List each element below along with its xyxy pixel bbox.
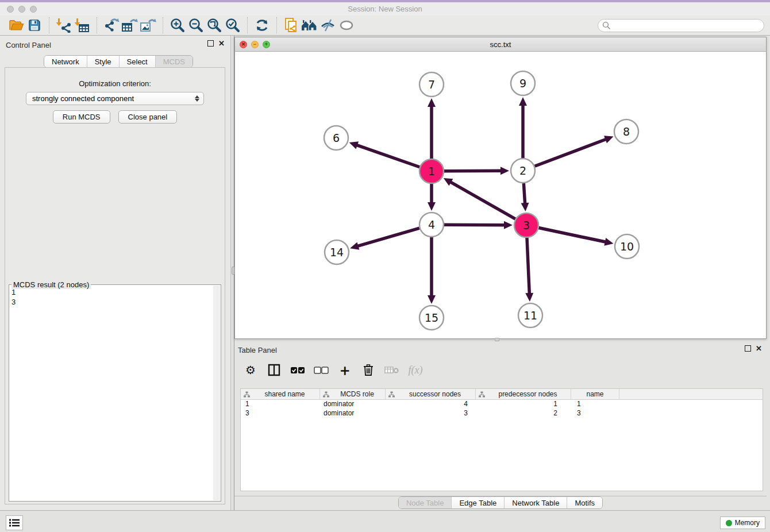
open-session-button[interactable] <box>7 17 25 34</box>
edge-1-2[interactable] <box>444 171 502 171</box>
network-maximize-button[interactable]: + <box>263 41 270 48</box>
control-panel: Control Panel ✕ NetworkStyleSelectMCDS O… <box>0 36 230 510</box>
table-cell[interactable]: 4 <box>386 400 476 409</box>
edge-3-1[interactable] <box>449 182 515 219</box>
float-table-panel-icon[interactable] <box>745 345 751 352</box>
column-header-name[interactable]: name <box>571 389 619 399</box>
edge-4-3[interactable] <box>444 225 506 225</box>
column-header-successor-nodes[interactable]: successor nodes <box>386 389 476 399</box>
toolbar-separator <box>163 17 163 33</box>
table-cell[interactable]: dominator <box>320 409 386 418</box>
mcds-result-box: MCDS result (2 nodes) 1 3 <box>9 284 221 502</box>
close-panel-icon[interactable]: ✕ <box>218 40 225 47</box>
export-image-button[interactable] <box>139 17 157 34</box>
show-graphics-details-button[interactable] <box>337 17 356 34</box>
table-cell[interactable]: 3 <box>386 409 476 418</box>
tab-select[interactable]: Select <box>119 56 155 67</box>
edge-2-8[interactable] <box>535 139 607 167</box>
tab-edge-table[interactable]: Edge Table <box>451 497 504 508</box>
table-body: 1dominator4113dominator323 <box>241 400 763 418</box>
zoom-in-button[interactable] <box>168 17 187 34</box>
column-header-predecessor-nodes[interactable]: predecessor nodes <box>476 389 571 399</box>
result-scrollbar[interactable] <box>213 286 220 500</box>
search-input[interactable] <box>598 19 764 32</box>
tab-node-table[interactable]: Node Table <box>399 497 452 508</box>
control-panel-tabs: NetworkStyleSelectMCDS <box>44 55 193 68</box>
mcds-result-text[interactable]: 1 3 <box>11 287 16 307</box>
tab-mcds[interactable]: MCDS <box>155 56 192 67</box>
optimization-criterion-select[interactable]: strongly connected component <box>26 92 204 105</box>
show-column-button[interactable] <box>266 362 282 378</box>
import-network-button[interactable] <box>55 17 73 34</box>
network-window-titlebar[interactable]: ✕ − + scc.txt <box>235 37 766 52</box>
table-cell[interactable]: 2 <box>476 409 571 418</box>
float-panel-icon[interactable] <box>207 40 214 47</box>
add-column-button[interactable]: ＋ <box>337 362 353 378</box>
table-row[interactable]: 3dominator323 <box>241 409 763 418</box>
table-cell[interactable]: 1 <box>241 400 320 409</box>
refresh-button[interactable] <box>253 17 271 34</box>
run-mcds-button[interactable]: Run MCDS <box>53 110 110 124</box>
toolbar-separator <box>276 17 277 33</box>
close-table-panel-icon[interactable]: ✕ <box>756 345 762 352</box>
column-label: shared name <box>250 390 319 398</box>
optimization-criterion-value: strongly connected component <box>32 94 134 103</box>
table-tabs-row: Node TableEdge TableNetwork TableMotifs <box>234 496 767 509</box>
edge-3-10[interactable] <box>539 228 607 242</box>
table-cell[interactable]: 1 <box>571 400 619 409</box>
table-cell[interactable]: 1 <box>476 400 571 409</box>
trash-icon <box>363 364 374 376</box>
network-graph[interactable]: 7968124314101511 <box>235 52 766 338</box>
zoom-out-button[interactable] <box>187 17 205 34</box>
function-builder-button[interactable]: f(x) <box>407 362 424 378</box>
column-header-MCDS-role[interactable]: MCDS role <box>320 389 386 399</box>
vertical-splitter[interactable] <box>230 36 234 510</box>
edge-4-14[interactable] <box>357 228 419 246</box>
table-cell[interactable]: 3 <box>571 409 619 418</box>
export-table-button[interactable] <box>121 17 139 34</box>
network-minimize-button[interactable]: − <box>251 41 259 48</box>
arrowhead-icon <box>428 98 436 107</box>
network-close-button[interactable]: ✕ <box>240 41 247 48</box>
edge-1-6[interactable] <box>356 145 419 167</box>
unselect-all-columns-button[interactable] <box>313 362 329 378</box>
network-canvas[interactable]: 7968124314101511 <box>235 52 766 338</box>
delete-column-button[interactable] <box>360 362 376 378</box>
select-all-columns-button[interactable] <box>290 362 306 378</box>
node-label-8: 8 <box>623 125 630 138</box>
memory-button[interactable]: Memory <box>720 516 765 529</box>
edge-2-3[interactable] <box>523 183 525 205</box>
import-table-button[interactable] <box>73 17 91 34</box>
zoom-selected-button[interactable] <box>224 17 242 34</box>
tab-network-table[interactable]: Network Table <box>504 497 567 508</box>
horizontal-splitter-handle[interactable] <box>495 338 499 341</box>
tab-network[interactable]: Network <box>44 56 87 67</box>
app-titlebar[interactable]: Session: New Session <box>0 2 770 16</box>
duplicate-network-button[interactable] <box>282 17 301 34</box>
save-session-button[interactable] <box>25 17 44 34</box>
eye-icon <box>338 19 355 32</box>
export-network-button[interactable] <box>102 17 121 34</box>
select-arrows-icon <box>195 95 199 102</box>
main-area: Control Panel ✕ NetworkStyleSelectMCDS O… <box>0 36 770 510</box>
zoom-fit-button[interactable] <box>205 17 224 34</box>
delete-table-button[interactable] <box>384 362 400 378</box>
table-cell[interactable]: dominator <box>320 400 386 409</box>
edge-3-11[interactable] <box>527 238 529 295</box>
table-cell[interactable]: 3 <box>241 409 320 418</box>
close-panel-button[interactable]: Close panel <box>118 110 178 124</box>
table-bottom-strip <box>234 491 767 496</box>
column-label: MCDS role <box>329 390 385 398</box>
hide-graphics-details-button[interactable] <box>319 17 337 34</box>
first-neighbors-button[interactable] <box>301 17 319 34</box>
column-header-shared-name[interactable]: shared name <box>241 389 320 399</box>
eye-slash-icon <box>320 18 336 32</box>
duplicate-network-icon <box>284 17 299 33</box>
task-history-button[interactable] <box>6 515 23 530</box>
arrowhead-icon <box>604 238 613 246</box>
tree-icon <box>388 391 395 398</box>
tab-style[interactable]: Style <box>87 56 119 67</box>
tab-motifs[interactable]: Motifs <box>567 497 602 508</box>
table-options-button[interactable]: ⚙ <box>242 362 259 378</box>
table-row[interactable]: 1dominator411 <box>241 400 763 409</box>
